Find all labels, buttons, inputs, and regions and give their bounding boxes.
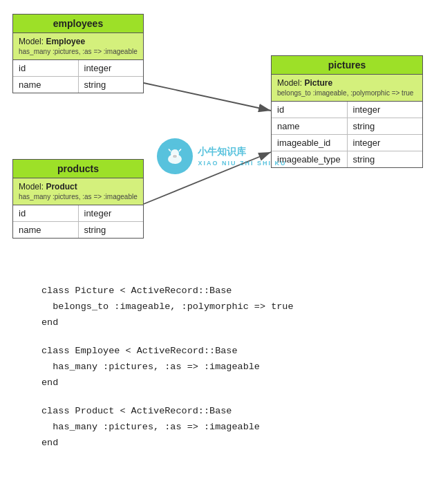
code-block-product: class Product < ActiveRecord::Base has_m… [41, 404, 402, 451]
table-row: id integer [13, 205, 143, 222]
code-block-picture: class Picture < ActiveRecord::Base belon… [41, 283, 402, 331]
table-row: id integer [13, 60, 143, 77]
pictures-model: Model: Picture belongs_to :imageable, :p… [272, 75, 422, 102]
code-line: class Employee < ActiveRecord::Base [41, 344, 402, 360]
diagram: employees Model: Employee has_many :pict… [0, 0, 443, 270]
employees-header: employees [13, 15, 143, 33]
products-header: products [13, 160, 143, 178]
products-model-label: Model: [19, 182, 44, 192]
watermark-logo [156, 138, 192, 174]
pictures-model-sub: belongs_to :imageable, :polymorphic => t… [277, 89, 413, 97]
pictures-model-label: Model: [277, 78, 302, 88]
code-line: end [41, 315, 402, 331]
employees-model-name: Employee [46, 37, 85, 46]
table-row: imageable_id integer [272, 135, 422, 151]
watermark: 小牛知识库 XIAO NIU ZHI SHI KU [156, 138, 286, 174]
table-row: name string [272, 118, 422, 135]
code-line: class Product < ActiveRecord::Base [41, 404, 402, 420]
employees-model: Model: Employee has_many :pictures, :as … [13, 33, 143, 60]
code-area: class Picture < ActiveRecord::Base belon… [0, 270, 443, 465]
table-row: name string [13, 77, 143, 93]
code-line: class Picture < ActiveRecord::Base [41, 283, 402, 299]
pictures-header: pictures [272, 56, 422, 75]
code-line: end [41, 375, 402, 391]
table-row: imageable_type string [272, 151, 422, 167]
watermark-text: 小牛知识库 XIAO NIU ZHI SHI KU [198, 145, 286, 167]
products-model-sub: has_many :pictures, :as => :imageable [19, 193, 138, 200]
products-model: Model: Product has_many :pictures, :as =… [13, 178, 143, 205]
code-line: belongs_to :imageable, :polymorphic => t… [41, 299, 402, 315]
code-block-employee: class Employee < ActiveRecord::Base has_… [41, 344, 402, 391]
employees-table: employees Model: Employee has_many :pict… [12, 14, 144, 93]
code-line: end [41, 436, 402, 451]
code-line: has_many :pictures, :as => :imageable [41, 360, 402, 375]
code-line: has_many :pictures, :as => :imageable [41, 420, 402, 436]
pictures-model-name: Picture [304, 78, 332, 88]
svg-point-6 [172, 155, 176, 158]
products-model-name: Product [46, 182, 77, 192]
employees-model-label: Model: [19, 37, 44, 46]
employees-model-sub: has_many :pictures, :as => :imageable [19, 48, 138, 55]
products-table: products Model: Product has_many :pictur… [12, 159, 144, 239]
table-row: id integer [272, 102, 422, 118]
svg-line-1 [144, 83, 271, 111]
table-row: name string [13, 222, 143, 238]
pictures-table: pictures Model: Picture belongs_to :imag… [271, 55, 423, 168]
